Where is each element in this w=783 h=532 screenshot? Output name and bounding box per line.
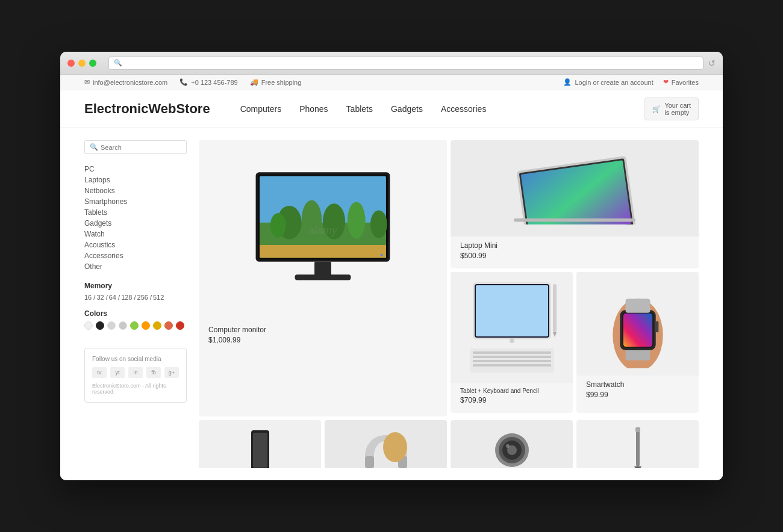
color-gray1[interactable] bbox=[107, 321, 116, 330]
social-fb[interactable]: fb bbox=[146, 367, 161, 378]
color-red[interactable] bbox=[176, 321, 184, 330]
colors-section: Colors bbox=[84, 309, 187, 330]
maximize-button[interactable] bbox=[89, 60, 96, 67]
sidebar-item-watch[interactable]: Watch bbox=[84, 229, 187, 240]
heart-icon: ❤ bbox=[663, 78, 669, 86]
minimize-button[interactable] bbox=[78, 60, 86, 67]
nav-links: Computers Phones Tablets Gadgets Accesso… bbox=[240, 104, 645, 114]
svg-rect-37 bbox=[253, 433, 267, 468]
url-bar[interactable]: 🔍 bbox=[108, 57, 703, 70]
bottom-card-1[interactable] bbox=[199, 420, 321, 468]
memory-128[interactable]: 128 bbox=[121, 294, 136, 301]
memory-512[interactable]: 512 bbox=[153, 294, 164, 301]
svg-point-40 bbox=[383, 432, 407, 462]
memory-16[interactable]: 16 bbox=[84, 294, 95, 301]
nav-gadgets[interactable]: Gadgets bbox=[391, 104, 423, 114]
sidebar-item-acoustics[interactable]: Acoustics bbox=[84, 240, 187, 250]
svg-point-45 bbox=[506, 444, 510, 448]
sidebar-search-box[interactable]: 🔍 bbox=[84, 140, 187, 154]
bottom-card-3[interactable] bbox=[451, 420, 573, 468]
sidebar-item-netbooks[interactable]: Netbooks bbox=[84, 185, 187, 196]
social-in[interactable]: in bbox=[128, 367, 143, 378]
user-icon: 👤 bbox=[563, 78, 572, 86]
nav-tablets[interactable]: Tablets bbox=[346, 104, 373, 114]
social-tv[interactable]: tv bbox=[92, 367, 107, 378]
bottom-card-2[interactable] bbox=[325, 420, 447, 468]
color-gray2[interactable] bbox=[119, 321, 127, 330]
favorites-item[interactable]: ❤ Favorites bbox=[663, 78, 699, 86]
product-card-tablet[interactable]: Tablet + Keyboard and Pencil $709.99 bbox=[451, 272, 573, 413]
product-grid: alamy Computer monitor $1,009.99 bbox=[199, 140, 699, 468]
memory-title: Memory bbox=[84, 282, 187, 290]
phone-text: +0 123 456-789 bbox=[191, 79, 237, 86]
cart-line2: is empty bbox=[664, 109, 691, 116]
site-logo[interactable]: ElectronicWebStore bbox=[84, 101, 210, 117]
email-item: ✉ info@electronicstore.com bbox=[84, 78, 167, 86]
nav-phones[interactable]: Phones bbox=[299, 104, 328, 114]
sidebar-item-tablets[interactable]: Tablets bbox=[84, 207, 187, 218]
laptop-name: Laptop Mini bbox=[460, 241, 689, 250]
color-orange[interactable] bbox=[142, 321, 150, 330]
color-yellow[interactable] bbox=[153, 321, 161, 330]
svg-point-6 bbox=[323, 203, 345, 239]
memory-256[interactable]: 256 bbox=[137, 294, 152, 301]
memory-64[interactable]: 64 bbox=[109, 294, 120, 301]
login-item[interactable]: 👤 Login or create an account bbox=[563, 78, 653, 86]
social-yt[interactable]: yt bbox=[110, 367, 125, 378]
product-card-smartwatch[interactable]: Smartwatch $99.99 bbox=[576, 272, 699, 413]
product-card-monitor[interactable]: alamy Computer monitor $1,009.99 bbox=[199, 140, 447, 416]
colors-title: Colors bbox=[84, 309, 187, 318]
svg-rect-34 bbox=[625, 298, 650, 312]
color-white[interactable] bbox=[84, 321, 93, 330]
nav-computers[interactable]: Computers bbox=[240, 104, 281, 114]
search-icon: 🔍 bbox=[114, 59, 122, 67]
product-card-laptop[interactable]: Laptop Mini $500.99 bbox=[451, 140, 699, 268]
sidebar-item-pc[interactable]: PC bbox=[84, 164, 187, 175]
main-nav: ElectronicWebStore Computers Phones Tabl… bbox=[60, 90, 723, 128]
color-black[interactable] bbox=[96, 321, 104, 330]
bottom-right-row: Tablet + Keyboard and Pencil $709.99 bbox=[451, 272, 699, 413]
color-green[interactable] bbox=[130, 321, 139, 330]
svg-rect-26 bbox=[473, 364, 551, 367]
tablet-name: Tablet + Keyboard and Pencil bbox=[460, 388, 563, 394]
refresh-icon[interactable]: ↺ bbox=[708, 58, 716, 68]
color-salmon[interactable] bbox=[164, 321, 173, 330]
phone-item: 📞 +0 123 456-789 bbox=[179, 78, 237, 86]
top-bar-right: 👤 Login or create an account ❤ Favorites bbox=[563, 78, 699, 86]
social-box: Follow us on social media tv yt in fb g+… bbox=[84, 348, 187, 403]
svg-point-21 bbox=[510, 338, 514, 343]
social-gplus[interactable]: g+ bbox=[164, 367, 179, 378]
tablet-price: $709.99 bbox=[460, 396, 563, 404]
sidebar-item-laptops[interactable]: Laptops bbox=[84, 175, 187, 185]
cart-icon: 🛒 bbox=[652, 105, 661, 113]
cart-widget[interactable]: 🛒 Your cart is empty bbox=[644, 97, 699, 120]
monitor-info: Computer monitor $1,009.99 bbox=[199, 321, 447, 353]
sidebar-item-gadgets[interactable]: Gadgets bbox=[84, 218, 187, 229]
sidebar-item-smartphones[interactable]: Smartphones bbox=[84, 196, 187, 207]
monitor-name: Computer monitor bbox=[208, 326, 437, 334]
sidebar-item-accessories[interactable]: Accessories bbox=[84, 250, 187, 261]
camera-thumbnail bbox=[491, 429, 533, 468]
stylus-thumbnail bbox=[629, 426, 647, 468]
svg-rect-17 bbox=[514, 218, 635, 221]
sidebar-categories: PC Laptops Netbooks Smartphones Tablets … bbox=[84, 164, 187, 272]
laptop-image-area bbox=[451, 140, 699, 236]
footer-copy: ElectronicStore.com - All rights reserve… bbox=[92, 383, 179, 395]
memory-options: 16 32 64 128 256 512 bbox=[84, 294, 187, 301]
close-button[interactable] bbox=[67, 60, 75, 67]
bottom-card-4[interactable] bbox=[576, 420, 699, 468]
svg-rect-12 bbox=[295, 274, 351, 280]
truck-icon: 🚚 bbox=[250, 78, 258, 86]
nav-accessories[interactable]: Accessories bbox=[441, 104, 486, 114]
tablet-info: Tablet + Keyboard and Pencil $709.99 bbox=[451, 383, 573, 413]
svg-point-13 bbox=[381, 253, 383, 256]
login-text: Login or create an account bbox=[575, 79, 653, 86]
sidebar-item-other[interactable]: Other bbox=[84, 261, 187, 272]
svg-point-9 bbox=[370, 210, 387, 238]
laptop-price: $500.99 bbox=[460, 252, 689, 260]
sidebar: 🔍 PC Laptops Netbooks Smartphones Tablet… bbox=[84, 140, 187, 468]
laptop-svg bbox=[508, 152, 641, 224]
search-input[interactable] bbox=[101, 144, 181, 151]
memory-32[interactable]: 32 bbox=[96, 294, 107, 301]
content-area: 🔍 PC Laptops Netbooks Smartphones Tablet… bbox=[60, 128, 723, 480]
